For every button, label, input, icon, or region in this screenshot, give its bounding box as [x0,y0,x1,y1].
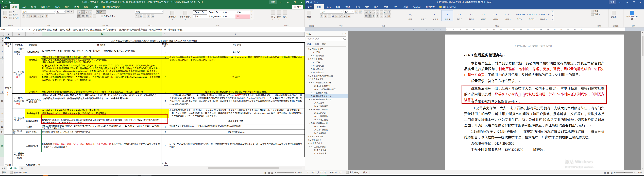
nav-tab[interactable]: 结果 [321,42,328,46]
orientation-icon[interactable]: ⟋ [89,11,92,14]
replace-button[interactable]: 替换 [591,10,598,13]
column-header-c[interactable]: C [26,32,42,36]
cell-e4[interactable]: 1 [162,48,169,56]
redo-icon[interactable]: ↻ [9,1,11,3]
row-header[interactable]: 16 [0,157,4,166]
column-header-f[interactable]: F [167,32,305,36]
nav-heading-item[interactable]: ▾ 5.6 售后服务体系 [305,78,348,81]
wrap-text-button[interactable]: 自动换行 [96,11,106,14]
align-right-icon[interactable]: ☰ [85,15,88,18]
nav-tab[interactable]: 标题 [306,42,313,46]
word-ribbon-tab[interactable]: 开始 [314,5,324,10]
header-cell[interactable]: 评分依据 [169,43,304,48]
word-ribbon-tab[interactable]: 邮件 [372,5,382,10]
expand-icon[interactable]: ▾ [306,58,308,60]
font-name-combo[interactable]: 宋体▾ [320,10,343,14]
sheet-nav-arrows[interactable]: ◀▶ [0,167,7,169]
row-header[interactable]: 15 [0,135,4,157]
decrease-font-icon[interactable]: A˅ [70,10,74,14]
nav-search-box[interactable]: 在文档中搜索 ▾ [306,36,346,41]
cell-d6[interactable]: 投标人具备有效的职业健康安全管理体系认证证书得1分，否则不得分。 [41,59,161,61]
paste-button[interactable]: 粘贴 [2,10,9,19]
name-box[interactable]: D15 ▾ [0,27,20,32]
show-marks-icon[interactable]: ¶ [388,11,391,14]
nav-heading-item[interactable]: 5.6.2 售后服务制度 [305,91,348,94]
gallery-scroll-arrows[interactable]: ▲▼⊽ [250,10,253,19]
cell-f12[interactable]: 需提供有承诺函。 [169,118,304,125]
nav-heading-item[interactable]: 5.8 质保期承诺 [305,138,348,142]
word-ribbon-tab[interactable]: 设计 [343,5,353,10]
bold-button[interactable]: B [22,15,25,18]
nav-heading-item[interactable]: ▾ 5.4 企业资质情况 [305,57,348,61]
nav-heading-item[interactable]: 5.4.3 绿色认证 [305,67,348,71]
font-size-combo[interactable]: 五号▾ [344,10,354,14]
cell-style-item[interactable]: 常规 3 [236,11,250,15]
cell-f4[interactable]: 投标文件 [169,48,304,56]
nav-heading-item[interactable]: 5.4.4 企业征信 [305,71,348,74]
nav-options-icon[interactable]: ▾ [342,33,343,35]
cell-e10[interactable]: 8 [162,94,169,109]
cell-e5[interactable]: 1 [162,56,169,59]
cell-d11[interactable]: 有完善的专业售后服务队伍及售后服务制度得1分，否则不得分。提供具有有效涵盖本产品… [41,109,161,118]
cell-e6[interactable]: 1 [162,59,169,61]
line-spacing-icon[interactable]: ↕≡ [380,15,383,18]
cell-d4[interactable]: 文字流畅得0.5分；图片清晰得0.5分，满分得1分。电子投标文件目录要与其内容相… [41,48,161,56]
row-header[interactable]: 7 [0,61,4,64]
row-header[interactable]: 4 [0,48,4,56]
nav-heading-item[interactable]: 5.6.6.1 行驶证 [305,125,348,128]
tell-me-search[interactable]: 操作说明搜索 [437,5,458,10]
style-gallery-item[interactable]: AaBbCcDdE 表内正文 [526,10,538,21]
cell-e14[interactable]: 0 [162,129,169,135]
cell-e12[interactable]: 2 [162,118,169,125]
status-word-count[interactable]: 9/36584 个字 [328,171,344,174]
cell-c9[interactable]: 企业征信 [25,91,41,94]
nav-heading-item[interactable]: ▾ 6. 技术评分部分 [305,142,348,145]
name-box-dropdown-icon[interactable]: ▾ [18,29,18,31]
qat-customize-icon[interactable]: ▾ [12,1,14,3]
cells-button[interactable]: 插入 ▾ [270,10,276,21]
cell-f10[interactable]: 1、提供近年（2023年1月1日至投标截止日前30日）投标人本包产品或类似产品的… [169,94,304,109]
style-gallery-item[interactable]: 1.1.1.1. 标题 7 [478,10,490,21]
status-language[interactable]: 中文(中国) [344,171,361,174]
expand-icon[interactable]: ▾ [309,109,310,110]
cell-c10[interactable]: 近年来同类产品销售业绩 [25,94,41,109]
zoom-slider[interactable]: – + 100% [275,171,302,174]
ribbon-display-options-icon[interactable]: ▭ [278,0,284,5]
style-gallery-item[interactable]: 1.1.1.1. 标题 8 [490,10,502,21]
style-gallery-item[interactable]: 一、 标题 1 [405,10,417,21]
formula-bar-input[interactable]: 具备数控线切割机、磨床、铣床、钻床、锯床、数控车床、热处理设备、磷化处理设备、埋… [32,28,305,31]
cell-e9[interactable]: 1 [162,91,169,94]
strikethrough-button[interactable]: ab [332,15,335,18]
row-header[interactable]: 5 [0,56,4,59]
nav-search-dropdown-icon[interactable]: ▾ [342,38,342,40]
nav-heading-item[interactable]: 5.4.1 证书 [305,61,348,64]
cell-b11[interactable]: 四、售后服务（8分） [12,109,25,129]
highlight-button[interactable]: ab [347,15,350,18]
select-all-corner[interactable] [0,32,4,36]
redo-icon[interactable]: ↻ [314,1,316,3]
cell-c14[interactable]: 诚信自律情况 [25,129,41,135]
nav-heading-item[interactable]: 5.5 近年来同类产品销售业绩 [305,74,348,78]
vscroll-thumb[interactable] [642,36,644,56]
cell-style-item[interactable]: 常规 [221,15,236,19]
share-button[interactable]: 共享 [292,5,303,9]
row-header[interactable]: 9 [0,91,4,94]
gallery-scroll-arrows[interactable]: ▲▼⊽ [551,10,554,21]
align-bottom-icon[interactable]: ≡ [85,11,88,14]
nav-heading-item[interactable]: 5.6.5.1 房产证明 [305,111,348,115]
expand-icon[interactable]: ▾ [309,122,310,124]
cell-c5[interactable]: 管理体系 [25,56,41,64]
sheet-title-cell[interactable]: 2025年度辽河油田公司二级物资 A25大类 抽油机安全辅助刹车装置（JC202… [4,40,304,43]
nav-heading-item[interactable]: 5.6.1.2 人员构成基本情况 [305,88,348,91]
column-header-e[interactable]: E [162,32,167,36]
borders-button[interactable]: ⊞ [33,15,37,18]
cell-f14[interactable]: 需提供相关承诺函。 [169,129,304,135]
number-format-combo[interactable]: 常规▾ [135,10,164,14]
increase-font-icon[interactable]: A˄ [355,10,358,14]
increase-decimal-icon[interactable]: .0 [147,15,150,18]
row-header[interactable]: 11 [0,109,4,118]
format-as-table-button[interactable]: 套用表格格式▾ [178,10,192,21]
status-page-count[interactable]: 第 218 页，共 565 页 [305,171,328,174]
nav-heading-item[interactable]: 5.6.4.1 证书 [305,101,348,104]
decrease-indent-icon[interactable]: ⇤ [376,11,379,14]
